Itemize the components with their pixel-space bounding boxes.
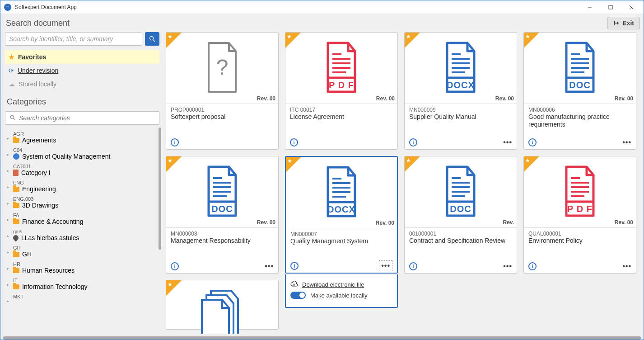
revision-label: Rev. 00 xyxy=(615,219,633,226)
titlebar: ≡ Softexpert Document App xyxy=(0,0,644,14)
star-icon: ★ xyxy=(168,33,173,40)
category-item[interactable]: ▸C04System of Quality Management xyxy=(5,146,161,162)
category-item[interactable]: ▸ITInformation Technology xyxy=(5,276,161,292)
document-code: MN000008 xyxy=(171,231,274,237)
category-code: AGR xyxy=(13,131,158,137)
document-card[interactable]: ★DOCRev.001000001Contract and Specificat… xyxy=(404,156,517,274)
globe-icon xyxy=(13,153,19,160)
expand-icon[interactable]: ▸ xyxy=(7,298,9,303)
expand-icon[interactable]: ▸ xyxy=(7,233,9,238)
star-icon: ★ xyxy=(406,157,411,164)
card-preview: ★DOCXRev. 00 xyxy=(405,33,517,104)
filter-favorites[interactable]: ★ Favorites xyxy=(5,50,159,64)
doc-search-input[interactable] xyxy=(5,32,142,46)
minimize-button[interactable] xyxy=(579,0,600,14)
more-menu-button[interactable]: ••• xyxy=(503,138,512,146)
exit-button[interactable]: Exit xyxy=(607,17,640,29)
star-icon: ★ xyxy=(9,53,14,61)
document-card[interactable]: ★DOCXRev. 00MN000007Quality Managment Sy… xyxy=(285,156,398,274)
category-item[interactable]: ▸galsLLas hierbas astules xyxy=(5,227,161,243)
expand-icon[interactable]: ▸ xyxy=(7,266,9,271)
download-row[interactable]: Download electronic file xyxy=(290,279,392,290)
more-menu-button[interactable]: ••• xyxy=(503,262,512,270)
info-icon[interactable]: i xyxy=(528,262,537,270)
document-card[interactable]: ★P D FRev. 00QUAL000001Environment Polic… xyxy=(523,156,636,274)
bottom-scrollbar[interactable] xyxy=(3,336,641,340)
info-icon[interactable]: i xyxy=(290,262,299,270)
doc-search-button[interactable] xyxy=(145,32,159,46)
document-card[interactable]: ★ xyxy=(166,280,279,330)
search-heading: Search document xyxy=(6,19,70,28)
category-item[interactable]: ▸HRHuman Resources xyxy=(5,260,161,276)
expand-icon[interactable]: ▸ xyxy=(7,282,9,287)
expand-icon[interactable]: ▸ xyxy=(7,250,9,255)
category-search-input[interactable] xyxy=(5,111,159,125)
folder-icon xyxy=(13,268,19,273)
toggle-switch[interactable] xyxy=(290,292,306,299)
info-icon[interactable]: i xyxy=(290,138,298,146)
search-icon xyxy=(149,35,156,42)
card-footer: i••• xyxy=(166,259,278,273)
expand-icon[interactable]: ▸ xyxy=(7,184,9,189)
maximize-button[interactable] xyxy=(600,0,621,14)
filter-label: Stored locally xyxy=(19,80,56,88)
category-name: 3D Drawings xyxy=(22,202,58,209)
app-icon: ≡ xyxy=(4,4,11,11)
category-name: Finance & Accounting xyxy=(22,218,83,225)
filter-stored-locally[interactable]: ☁ Stored locally xyxy=(5,77,159,91)
card-footer: i••• xyxy=(405,259,517,273)
category-tree[interactable]: ▸AGRAgreements▸C04System of Quality Mana… xyxy=(3,128,161,334)
star-icon: ★ xyxy=(406,33,411,40)
info-icon[interactable]: i xyxy=(171,262,179,270)
document-code: QUAL000001 xyxy=(528,231,631,237)
category-item[interactable]: ▸ENG.0033D Drawings xyxy=(5,194,161,211)
category-item[interactable]: ▸GHGH xyxy=(5,243,161,260)
category-name: System of Quality Management xyxy=(22,153,110,160)
expand-icon[interactable]: ▸ xyxy=(7,152,9,157)
star-icon: ★ xyxy=(287,158,292,164)
cloud-off-icon: ☁ xyxy=(9,80,15,88)
category-item[interactable]: ▸FAFinance & Accounting xyxy=(5,211,161,227)
filter-list: ★ Favorites ⟳ Under revision ☁ Stored lo… xyxy=(3,48,161,93)
document-card[interactable]: ★DOCRev. 00MN000006Good manufacturing pr… xyxy=(523,32,636,150)
expand-icon[interactable]: ▸ xyxy=(7,168,9,173)
info-icon[interactable]: i xyxy=(171,138,179,146)
filter-under-revision[interactable]: ⟳ Under revision xyxy=(5,64,159,77)
search-icon xyxy=(9,114,16,123)
more-menu-button[interactable]: ••• xyxy=(265,262,274,270)
card-preview: ★P D FRev. 00 xyxy=(285,33,397,104)
document-card[interactable]: ★?Rev. 00PROP000001Softexpert proposali xyxy=(166,32,279,150)
more-menu-button[interactable]: ••• xyxy=(379,260,392,271)
filter-label: Favorites xyxy=(18,53,46,61)
revision-label: Rev. 00 xyxy=(257,219,275,226)
card-popup: Download electronic fileMake available l… xyxy=(285,274,398,308)
revision-label: Rev. 00 xyxy=(615,95,633,102)
revision-label: Rev. xyxy=(503,219,514,226)
category-name: Agreements xyxy=(22,137,56,144)
category-item[interactable]: ▸CAT001Category I xyxy=(5,162,161,178)
download-icon xyxy=(290,281,298,288)
document-code: MN000009 xyxy=(409,107,512,113)
category-item[interactable]: ▸AGRAgreements xyxy=(5,129,161,146)
more-menu-button[interactable]: ••• xyxy=(622,138,631,146)
star-icon: ★ xyxy=(525,33,530,40)
category-item[interactable]: ▸ENGEngineering xyxy=(5,178,161,194)
document-card[interactable]: ★DOCRev. 00MN000008Management Responsabi… xyxy=(166,156,279,274)
category-item[interactable]: ▸MKT xyxy=(5,292,161,301)
info-icon[interactable]: i xyxy=(409,262,417,270)
info-icon[interactable]: i xyxy=(409,138,417,146)
card-body: PROP000001Softexpert proposal xyxy=(166,104,278,123)
card-preview: ★DOCXRev. 00 xyxy=(286,157,397,228)
document-card[interactable]: ★DOCXRev. 00MN000009Supplier Quality Man… xyxy=(404,32,517,150)
close-button[interactable] xyxy=(621,0,642,14)
document-card[interactable]: ★P D FRev. 00ITC 00017License Agreementi xyxy=(285,32,398,150)
expand-icon[interactable]: ▸ xyxy=(7,136,9,141)
revision-label: Rev. 00 xyxy=(495,95,514,102)
document-title: Supplier Quality Manual xyxy=(409,113,512,121)
expand-icon[interactable]: ▸ xyxy=(7,201,9,206)
info-icon[interactable]: i xyxy=(528,138,537,146)
expand-icon[interactable]: ▸ xyxy=(7,217,9,222)
make-local-row[interactable]: Make available locally xyxy=(290,290,392,301)
doc-search-row xyxy=(3,32,161,46)
more-menu-button[interactable]: ••• xyxy=(622,262,631,270)
